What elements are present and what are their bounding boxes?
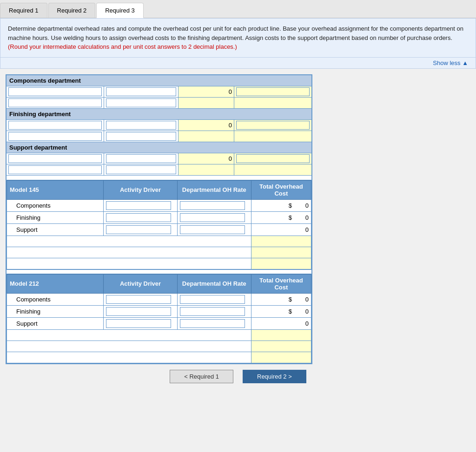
finishing-dept-header: Finishing department — [7, 109, 311, 120]
model145-support-rate-input[interactable] — [180, 225, 245, 234]
components-dept-header: Components department — [7, 75, 311, 86]
support-row1-input2[interactable] — [106, 154, 176, 163]
model145-components-rate-input[interactable] — [180, 201, 245, 210]
model145-finishing-rate-input[interactable] — [180, 213, 245, 222]
model145-finishing-row: Finishing $ 0 — [7, 211, 311, 223]
model212-support-rate-input[interactable] — [180, 319, 245, 328]
model212-total-input3[interactable] — [254, 354, 306, 361]
next-button[interactable]: Required 2 > — [243, 370, 306, 383]
model212-support-total-cell: 0 — [251, 317, 311, 329]
model212-support-row: Support 0 — [7, 317, 311, 329]
model145-blank-row1 — [7, 236, 311, 247]
model212-components-rate-input[interactable] — [180, 295, 245, 304]
components-row1-input2[interactable] — [106, 87, 176, 96]
model212-support-driver-input[interactable] — [106, 319, 171, 328]
components-row2-input2[interactable] — [106, 98, 176, 107]
components-row2-col2 — [104, 98, 178, 108]
model212-blank-input2[interactable] — [9, 342, 237, 350]
show-less-bar: Show less ▲ — [0, 58, 476, 69]
model145-blank-cell1 — [7, 236, 251, 247]
model145-blank-row3 — [7, 258, 311, 269]
model212-finishing-driver-input[interactable] — [106, 307, 171, 316]
components-row2-input1[interactable] — [8, 98, 102, 107]
model212-activity-header: Activity Driver — [104, 274, 177, 293]
model212-blank-row3 — [7, 352, 311, 363]
model145-components-driver-cell — [104, 199, 177, 211]
model145-finishing-driver-input[interactable] — [106, 213, 171, 222]
model145-total-input3[interactable] — [254, 260, 306, 268]
model212-support-label: Support — [7, 317, 104, 329]
prev-button[interactable]: < Required 1 — [170, 370, 233, 383]
model145-blank-row2 — [7, 247, 311, 258]
instructions-text: Determine departmental overhead rates an… — [8, 25, 463, 41]
support-row1-input4[interactable] — [236, 154, 310, 163]
finishing-row1-input2[interactable] — [106, 121, 176, 130]
model212-support-rate-cell — [177, 317, 251, 329]
model145-components-driver-input[interactable] — [106, 201, 171, 210]
finishing-row1-input4[interactable] — [236, 121, 310, 130]
finishing-row2-col4 — [234, 131, 311, 142]
model212-total-yellow2 — [251, 341, 311, 352]
finishing-row2-col3 — [178, 131, 234, 142]
model145-support-total-cell: 0 — [251, 223, 311, 236]
model145-total-yellow2 — [251, 247, 311, 258]
model145-blank-input2[interactable] — [9, 249, 237, 256]
model145-blank-cell3 — [7, 258, 251, 269]
model212-components-rate-cell — [177, 293, 251, 305]
model212-finishing-dollar: $ — [289, 308, 292, 315]
tabs-container: Required 1 Required 2 Required 3 — [0, 0, 476, 18]
tab-required2[interactable]: Required 2 — [48, 3, 96, 18]
tab-required3[interactable]: Required 3 — [96, 3, 144, 18]
finishing-row-1: 0 — [7, 120, 311, 131]
support-row1-col1 — [7, 153, 104, 164]
finishing-row1-col4 — [234, 120, 311, 131]
model145-total-input2[interactable] — [254, 249, 306, 256]
finishing-row2-input2[interactable] — [106, 132, 176, 141]
support-row1-col4 — [234, 153, 311, 164]
model145-rate-header: Departmental OH Rate — [177, 180, 251, 199]
support-zero-1: 0 — [229, 155, 232, 162]
finishing-row2-input1[interactable] — [8, 132, 102, 141]
model212-components-label: Components — [7, 293, 104, 305]
model212-finishing-total: 0 — [305, 308, 309, 315]
model212-total-input1[interactable] — [254, 331, 306, 339]
finishing-row-2 — [7, 131, 311, 142]
components-row2-col1 — [7, 98, 104, 108]
finishing-row1-col1 — [7, 120, 104, 131]
model145-components-total-cell: $ 0 — [251, 199, 311, 211]
model212-support-driver-cell — [104, 317, 177, 329]
components-row1-input4[interactable] — [236, 87, 310, 96]
model145-total-input1[interactable] — [254, 237, 306, 245]
components-row2-col3 — [178, 98, 234, 108]
model145-support-row: Support 0 — [7, 223, 311, 236]
model212-blank-input3[interactable] — [9, 354, 237, 361]
model212-components-driver-input[interactable] — [106, 295, 171, 304]
model145-support-driver-input[interactable] — [106, 225, 171, 234]
model212-finishing-rate-input[interactable] — [180, 307, 245, 316]
tab-required1[interactable]: Required 1 — [0, 3, 47, 18]
show-less-link[interactable]: Show less ▲ — [433, 59, 468, 66]
model212-finishing-label: Finishing — [7, 305, 104, 317]
support-row2-input1[interactable] — [8, 165, 102, 174]
model212-total-yellow1 — [251, 329, 311, 341]
content-area: Components department 0 — [0, 69, 476, 394]
model212-support-total: 0 — [305, 320, 309, 327]
model145-finishing-total: 0 — [305, 214, 309, 221]
components-row1-col2 — [104, 86, 178, 97]
support-row1-input1[interactable] — [8, 154, 102, 163]
model212-components-dollar: $ — [289, 296, 292, 303]
model145-activity-header: Activity Driver — [104, 180, 177, 199]
components-row1-col1 — [7, 86, 104, 97]
model212-total-input2[interactable] — [254, 342, 306, 350]
model212-finishing-rate-cell — [177, 305, 251, 317]
footer-buttons: < Required 1 Required 2 > — [6, 364, 470, 389]
model212-blank-cell1 — [7, 329, 251, 341]
finishing-row1-input1[interactable] — [8, 121, 102, 130]
components-zero-1: 0 — [229, 88, 232, 95]
spacer-2 — [7, 269, 311, 274]
model145-blank-input3[interactable] — [9, 260, 237, 268]
components-row1-input1[interactable] — [8, 87, 102, 96]
support-row2-input2[interactable] — [106, 165, 176, 174]
support-row2-col2 — [104, 164, 178, 175]
model145-table: Model 145 Activity Driver Departmental O… — [7, 180, 311, 269]
